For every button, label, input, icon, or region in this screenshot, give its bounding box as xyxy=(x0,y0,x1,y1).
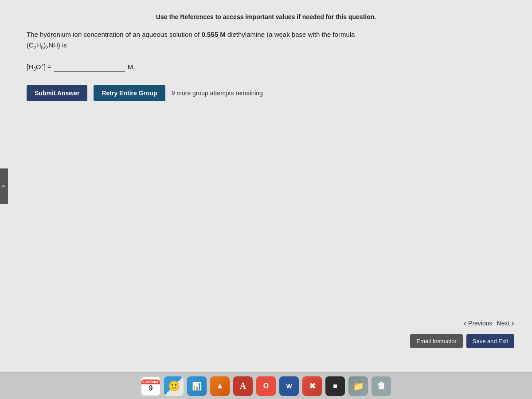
compass-icon: ✖ xyxy=(309,381,316,391)
next-button[interactable]: Next xyxy=(497,318,514,328)
dock-finder[interactable]: 🙂 xyxy=(164,376,184,396)
calendar-header: Calendar xyxy=(141,379,160,384)
references-text: Use the References to access important v… xyxy=(156,13,376,20)
dock-word[interactable]: W xyxy=(279,376,299,396)
next-label: Next xyxy=(497,320,510,327)
dock-app3[interactable]: O xyxy=(256,376,276,396)
dock-terminal[interactable]: ■ xyxy=(325,376,345,396)
dock-trash[interactable]: 🗑 xyxy=(372,376,391,396)
answer-input[interactable] xyxy=(54,62,125,72)
email-instructor-button[interactable]: Email Instructor xyxy=(410,334,462,348)
answer-label: [H3O+] = xyxy=(27,62,51,72)
attempts-remaining-text: 9 more group attempts remaining xyxy=(172,90,263,97)
question-line2: (C2H5)2NH) is xyxy=(27,40,505,51)
question-text-part1: The hydronium ion concentration of an aq… xyxy=(27,31,201,38)
previous-button[interactable]: Previous xyxy=(463,318,492,328)
chevron-left-icon xyxy=(463,318,466,328)
dock-app2[interactable]: A xyxy=(233,376,253,396)
buttons-row: Submit Answer Retry Entire Group 9 more … xyxy=(27,85,505,101)
dock-compass[interactable]: ✖ xyxy=(302,376,322,396)
answer-unit: M. xyxy=(128,63,135,70)
question-block: The hydronium ion concentration of an aq… xyxy=(27,29,505,51)
nav-buttons: Previous Next xyxy=(463,318,514,328)
retry-entire-group-button[interactable]: Retry Entire Group xyxy=(94,85,165,101)
bottom-toolbar: Email Instructor Save and Exit xyxy=(410,334,514,348)
app3-icon: O xyxy=(263,382,269,390)
question-line1: The hydronium ion concentration of an aq… xyxy=(27,29,505,40)
trash-icon: 🗑 xyxy=(377,381,386,391)
app1-icon: ▲ xyxy=(216,381,224,391)
dock-app1[interactable]: ▲ xyxy=(210,376,230,396)
dock-folder[interactable]: 📁 xyxy=(348,376,368,396)
answer-row: [H3O+] = M. xyxy=(27,62,505,72)
submit-answer-button[interactable]: Submit Answer xyxy=(27,85,87,101)
concentration-value: 0.555 M xyxy=(201,31,225,38)
calendar-day: 9 xyxy=(149,384,153,392)
references-note: Use the References to access important v… xyxy=(27,9,505,29)
stats-icon: 📊 xyxy=(192,381,202,391)
word-icon: W xyxy=(286,383,292,390)
chevron-right-icon xyxy=(511,318,514,328)
terminal-icon: ■ xyxy=(333,382,337,390)
finder-icon: 🙂 xyxy=(168,380,180,392)
main-content: ‹ Use the References to access important… xyxy=(0,0,532,372)
folder-icon: 📁 xyxy=(353,381,364,391)
left-panel-toggle[interactable]: ‹ xyxy=(0,168,8,204)
save-and-exit-button[interactable]: Save and Exit xyxy=(466,334,514,348)
formula-text: (C2H5)2NH) is xyxy=(27,41,67,49)
question-text-part2: diethylamine (a weak base with the formu… xyxy=(226,31,355,38)
dock-calendar[interactable]: Calendar 9 xyxy=(141,376,160,396)
app2-icon: A xyxy=(240,381,246,391)
previous-label: Previous xyxy=(468,320,492,327)
mac-dock: Calendar 9 🙂 📊 ▲ A O W ✖ ■ 📁 🗑 xyxy=(0,372,532,399)
dock-stats[interactable]: 📊 xyxy=(187,376,207,396)
